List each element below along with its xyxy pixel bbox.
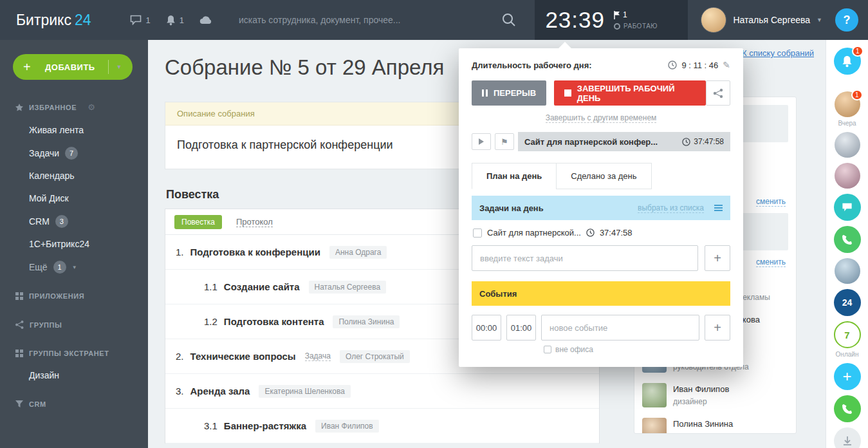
event-time-from-input[interactable] — [472, 315, 501, 341]
play-task-button[interactable] — [472, 133, 491, 150]
apps-header-label: ПРИЛОЖЕНИЯ — [29, 292, 84, 300]
chat-indicator[interactable]: 1 — [130, 15, 151, 25]
recent-chat-avatar[interactable] — [835, 163, 860, 189]
sidebar-item-design[interactable]: Дизайн — [0, 364, 148, 387]
topbar: Битрикс24 1 1 23:39 1 РАБОТАЮ — [0, 0, 868, 40]
online-users-button[interactable]: 7 — [834, 321, 861, 348]
sidebar-item-label: Живая лента — [29, 124, 84, 136]
sidebar-item-label: 1С+Битрикс24 — [29, 238, 89, 250]
event-time-to-input[interactable] — [506, 315, 536, 341]
sidebar-item-live-feed[interactable]: Живая лента — [0, 119, 148, 142]
global-search[interactable] — [239, 12, 517, 28]
chevron-down-icon[interactable]: ▼ — [116, 64, 122, 70]
work-status: РАБОТАЮ — [614, 23, 658, 30]
change-link[interactable]: сменить — [756, 257, 786, 267]
hamburger-icon[interactable] — [714, 205, 723, 211]
add-button-label: ДОБАВИТЬ — [40, 62, 100, 72]
extranet-groups-header[interactable]: ГРУППЫ ЭКСТРАНЕТ — [0, 342, 148, 364]
history-button[interactable] — [834, 427, 861, 448]
bitrix24-network-button[interactable]: 24 — [834, 289, 861, 316]
break-button-label: ПЕРЕРЫВ — [494, 88, 536, 98]
add-task-button[interactable]: + — [705, 245, 730, 271]
favorites-header-label: ИЗБРАННОЕ — [29, 104, 77, 111]
help-button[interactable]: ? — [835, 8, 858, 32]
member-row[interactable]: Полина Зининаконтент-менеджер — [642, 413, 788, 434]
new-chat-button[interactable]: + — [834, 363, 861, 390]
chat-unread-badge: 1 — [851, 89, 863, 100]
edit-icon[interactable]: ✎ — [723, 60, 730, 70]
recent-chat-avatar[interactable]: 1 — [835, 91, 860, 117]
sidebar-item-more[interactable]: Ещё1▼ — [0, 256, 148, 279]
tab-done-for-day[interactable]: Сделано за день — [556, 163, 651, 189]
disk-indicator[interactable] — [199, 15, 213, 24]
open-chat-button[interactable] — [834, 194, 861, 221]
notifications-badge: 1 — [852, 46, 863, 57]
popup-tabs: План на день Сделано за день — [472, 163, 730, 189]
apps-header[interactable]: ПРИЛОЖЕНИЯ — [0, 285, 148, 307]
groups-header-label: ГРУППЫ — [30, 321, 62, 329]
agenda-row[interactable]: 3. Аренда зала Екатерина Шеленкова — [165, 374, 599, 409]
plus-icon: + — [842, 368, 851, 386]
notifications-indicator[interactable]: 1 — [166, 15, 184, 26]
new-task-input[interactable] — [472, 245, 698, 271]
break-button[interactable]: ПЕРЕРЫВ — [472, 80, 546, 106]
agenda-item-number: 1.1 — [204, 281, 217, 292]
task-checkbox[interactable] — [473, 229, 482, 238]
agenda-item-person: Анна Одрага — [329, 246, 387, 259]
out-of-office-checkbox[interactable] — [544, 346, 551, 353]
sidebar-item-my-disk[interactable]: Мой Диск — [0, 187, 148, 210]
call-button[interactable] — [834, 226, 861, 253]
add-event-button[interactable]: + — [705, 315, 730, 341]
gear-icon[interactable]: ⚙ — [88, 102, 95, 112]
bitrix24-logo[interactable]: Битрикс24 — [16, 12, 91, 29]
agenda-task-link[interactable]: Задача — [305, 351, 331, 361]
member-row[interactable]: Иван Филиповдизайнер — [642, 378, 788, 413]
sidebar-item-label: Дизайн — [29, 369, 59, 382]
phone-icon — [842, 404, 853, 415]
recent-chat-avatar[interactable] — [835, 258, 860, 284]
worktime-clock-panel[interactable]: 23:39 1 РАБОТАЮ — [535, 0, 688, 40]
finish-workday-button[interactable]: ЗАВЕРШИТЬ РАБОЧИЙ ДЕНЬ — [554, 80, 706, 106]
tab-plan-for-day[interactable]: План на день — [472, 163, 557, 189]
crm-header-label: CRM — [29, 400, 46, 408]
sidebar-item-crm[interactable]: CRM3 — [0, 210, 148, 233]
change-link[interactable]: сменить — [756, 197, 786, 207]
logo-text: Битрикс — [16, 12, 71, 28]
finish-other-time-link[interactable]: Завершить с другим временем — [546, 113, 657, 123]
online-count: 7 — [844, 330, 849, 341]
tab-protocol[interactable]: Протокол — [236, 217, 273, 227]
crm-section-header[interactable]: CRM — [0, 393, 148, 415]
add-button[interactable]: + ДОБАВИТЬ ▼ — [13, 54, 133, 80]
choose-from-list-link[interactable]: выбрать из списка — [638, 203, 704, 213]
user-avatar — [701, 7, 726, 33]
recent-chat-avatar[interactable] — [835, 132, 860, 158]
member-name: Полина Зинина — [673, 418, 733, 429]
share-button[interactable] — [706, 80, 730, 106]
search-input[interactable] — [239, 15, 501, 25]
user-name: Наталья Сергеева — [733, 15, 810, 25]
tab-agenda[interactable]: Повестка — [174, 215, 222, 229]
agenda-item-person: Иван Филипов — [315, 420, 379, 433]
finish-other-time: Завершить с другим временем — [472, 111, 730, 123]
flag-count: 1 — [623, 10, 627, 19]
flag-icon — [614, 11, 620, 19]
user-menu[interactable]: Наталья Сергеева ▼ — [688, 0, 835, 40]
agenda-item-title: Создание сайта — [224, 281, 300, 292]
download-icon — [842, 436, 853, 446]
tasks-badge: 7 — [65, 147, 78, 160]
agenda-row[interactable]: 3.1 Баннер-растяжка Иван Филипов — [165, 409, 599, 443]
sidebar-item-calendar[interactable]: Календарь — [0, 165, 148, 187]
sidebar-item-tasks[interactable]: Задачи7 — [0, 142, 148, 165]
new-event-input[interactable] — [541, 315, 699, 341]
agenda-item-title: Баннер-растяжка — [224, 420, 306, 431]
telephony-button[interactable] — [834, 395, 861, 422]
current-task-bar[interactable]: Сайт для партнерской конфер... 37:47:58 — [518, 132, 730, 151]
yesterday-label: Вчера — [838, 120, 856, 127]
groups-header[interactable]: ГРУППЫ — [0, 313, 148, 336]
flag-counter[interactable]: 1 — [614, 10, 658, 19]
notifications-button[interactable]: 1 — [834, 48, 861, 75]
sidebar-item-1c-bitrix24[interactable]: 1С+Битрикс24 — [0, 233, 148, 256]
search-icon[interactable] — [501, 12, 517, 28]
stop-icon — [564, 89, 571, 97]
finish-task-button[interactable]: ⚑ — [495, 133, 514, 150]
